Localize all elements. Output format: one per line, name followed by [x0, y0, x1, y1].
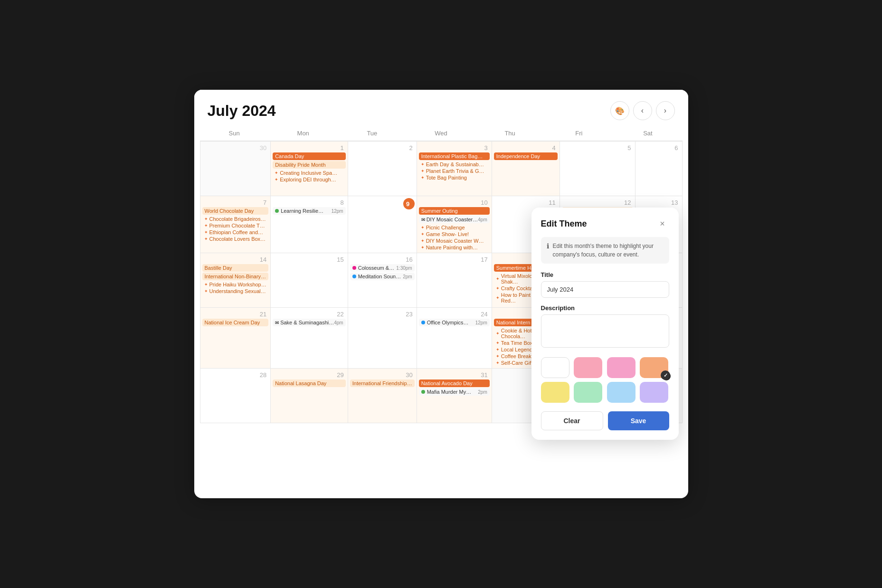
calendar-cell[interactable]: 31National Avocado DayMafia Murder My…2p…: [417, 369, 492, 423]
event-tag-light[interactable]: National Ice Cream Day: [202, 319, 269, 326]
event-label: Learning Resilie…: [281, 208, 332, 214]
calendar-title: July 2024: [208, 102, 276, 120]
calendar-cell[interactable]: 23: [348, 308, 417, 369]
day-headers: Sun Mon Tue Wed Thu Fri Sat: [200, 126, 683, 141]
panel-title: Edit Theme: [541, 219, 587, 229]
save-button[interactable]: Save: [608, 411, 669, 430]
calendar-cell[interactable]: 29National Lasagna Day: [271, 369, 348, 423]
calendar-cell[interactable]: 7World Chocolate DayChocolate Brigadeiro…: [200, 196, 271, 253]
description-field-label: Description: [541, 304, 669, 312]
event-with-time[interactable]: Mafia Murder My…2pm: [419, 388, 490, 396]
event-bullet[interactable]: Picnic Challenge: [419, 224, 490, 231]
calendar-cell[interactable]: 5: [560, 142, 635, 196]
event-label: Meditation Soun…: [358, 274, 403, 279]
event-time: 2pm: [478, 389, 487, 395]
event-bullet[interactable]: Planet Earth Trivia & G…: [419, 168, 490, 174]
color-swatch-pink[interactable]: [574, 357, 602, 378]
color-swatch-white[interactable]: [541, 357, 569, 378]
next-month-button[interactable]: ›: [656, 101, 675, 120]
calendar-cell[interactable]: 30International Friendship…: [348, 369, 417, 423]
event-with-time[interactable]: ✉Sake & Suminagashi…4pm: [273, 319, 346, 326]
calendar-cell[interactable]: 22✉Sake & Suminagashi…4pm: [271, 308, 348, 369]
event-tag-light[interactable]: Bastille Day: [202, 264, 269, 272]
event-with-time[interactable]: Colosseum &…1:30pm: [350, 264, 415, 272]
info-icon: ℹ: [547, 242, 549, 250]
color-swatch-lavender[interactable]: [640, 382, 668, 403]
color-swatch-rose[interactable]: [607, 357, 635, 378]
event-bullet[interactable]: Tote Bag Painting: [419, 174, 490, 181]
event-bullet[interactable]: Premium Chocolate T…: [202, 222, 269, 229]
calendar-cell[interactable]: 24Office Olympics…12pm: [417, 308, 492, 369]
edit-theme-panel: Edit Theme × ℹ Edit this month's theme t…: [531, 208, 679, 440]
palette-button[interactable]: 🎨: [610, 101, 629, 120]
event-tag-light[interactable]: National Lasagna Day: [273, 379, 346, 387]
calendar-cell[interactable]: 3International Plastic Bag…Earth Day & S…: [417, 142, 492, 196]
event-bullet[interactable]: Understanding Sexual…: [202, 288, 269, 294]
calendar-cell[interactable]: 28: [200, 369, 271, 423]
event-tag[interactable]: Summer Outing: [419, 207, 490, 215]
event-bullet[interactable]: DIY Mosaic Coaster W…: [419, 237, 490, 244]
event-tag[interactable]: National Avocado Day: [419, 379, 490, 387]
event-tag[interactable]: Canada Day: [273, 152, 346, 160]
color-swatch-orange[interactable]: ✓: [640, 357, 668, 378]
event-bullet[interactable]: Game Show- Live!: [419, 231, 490, 237]
event-tag-light[interactable]: International Non-Binary…: [202, 273, 269, 280]
event-tag[interactable]: Independence Day: [494, 152, 558, 160]
event-tag-light[interactable]: World Chocolate Day: [202, 207, 269, 215]
calendar-cell[interactable]: 21National Ice Cream Day: [200, 308, 271, 369]
day-header-tue: Tue: [338, 126, 407, 141]
calendar-cell[interactable]: 2: [348, 142, 417, 196]
event-bullet[interactable]: Pride Haiku Workshop…: [202, 281, 269, 288]
event-bullet[interactable]: Chocolate Lovers Box…: [202, 236, 269, 242]
event-bullet[interactable]: Ethiopian Coffee and…: [202, 229, 269, 236]
calendar-cell[interactable]: 6: [635, 142, 683, 196]
event-time: 4pm: [478, 217, 487, 222]
calendar-cell[interactable]: 16Colosseum &…1:30pmMeditation Soun…2pm: [348, 253, 417, 308]
color-swatch-yellow[interactable]: [541, 382, 569, 403]
color-selected-check: ✓: [662, 372, 671, 380]
event-bullet[interactable]: Creating Inclusive Spa…: [273, 170, 346, 176]
calendar-cell[interactable]: 9: [348, 196, 417, 253]
calendar-cell[interactable]: 8Learning Resilie…12pm: [271, 196, 348, 253]
event-tag[interactable]: International Plastic Bag…: [419, 152, 490, 160]
color-grid: ✓: [541, 357, 669, 403]
event-label: DIY Mosaic Coaster…: [427, 217, 478, 222]
close-panel-button[interactable]: ×: [656, 217, 669, 230]
event-time: 12pm: [475, 320, 487, 325]
calendar-cell[interactable]: 14Bastille DayInternational Non-Binary…P…: [200, 253, 271, 308]
event-bullet[interactable]: Earth Day & Sustainab…: [419, 161, 490, 168]
color-swatch-mint[interactable]: [574, 382, 602, 403]
calendar-cell[interactable]: 10Summer Outing✉DIY Mosaic Coaster…4pmPi…: [417, 196, 492, 253]
info-text: Edit this month's theme to highlight you…: [553, 242, 664, 259]
header-controls: 🎨 ‹ ›: [610, 101, 675, 120]
event-with-time[interactable]: Meditation Soun…2pm: [350, 273, 415, 280]
email-icon: ✉: [275, 320, 279, 325]
event-bullet[interactable]: Exploring DEI through…: [273, 176, 346, 183]
event-label: Sake & Suminagashi…: [280, 320, 334, 325]
day-header-sun: Sun: [200, 126, 269, 141]
event-with-time[interactable]: ✉DIY Mosaic Coaster…4pm: [419, 216, 490, 223]
event-label: Office Olympics…: [427, 320, 475, 325]
calendar-cell[interactable]: 30: [200, 142, 271, 196]
prev-month-button[interactable]: ‹: [633, 101, 652, 120]
event-time: 2pm: [403, 274, 412, 279]
color-swatch-sky[interactable]: [607, 382, 635, 403]
event-bullet[interactable]: Chocolate Brigadeiros…: [202, 216, 269, 222]
event-tag-light[interactable]: Disability Pride Month: [273, 161, 346, 169]
event-with-time[interactable]: Learning Resilie…12pm: [273, 207, 346, 215]
event-bullet[interactable]: Nature Painting with…: [419, 244, 490, 251]
day-header-sat: Sat: [613, 126, 682, 141]
title-input[interactable]: [541, 281, 669, 298]
title-field-label: Title: [541, 271, 669, 278]
day-header-mon: Mon: [269, 126, 338, 141]
event-with-time[interactable]: Office Olympics…12pm: [419, 319, 490, 326]
calendar-cell[interactable]: 1Canada DayDisability Pride MonthCreatin…: [271, 142, 348, 196]
clear-button[interactable]: Clear: [541, 411, 603, 430]
event-tag-light[interactable]: International Friendship…: [350, 379, 415, 387]
description-textarea[interactable]: [541, 314, 669, 348]
calendar-cell[interactable]: 4Independence Day: [492, 142, 560, 196]
calendar-cell[interactable]: 15: [271, 253, 348, 308]
calendar-cell[interactable]: 17: [417, 253, 492, 308]
event-label: Colosseum &…: [358, 265, 397, 271]
event-dot: [352, 266, 356, 270]
